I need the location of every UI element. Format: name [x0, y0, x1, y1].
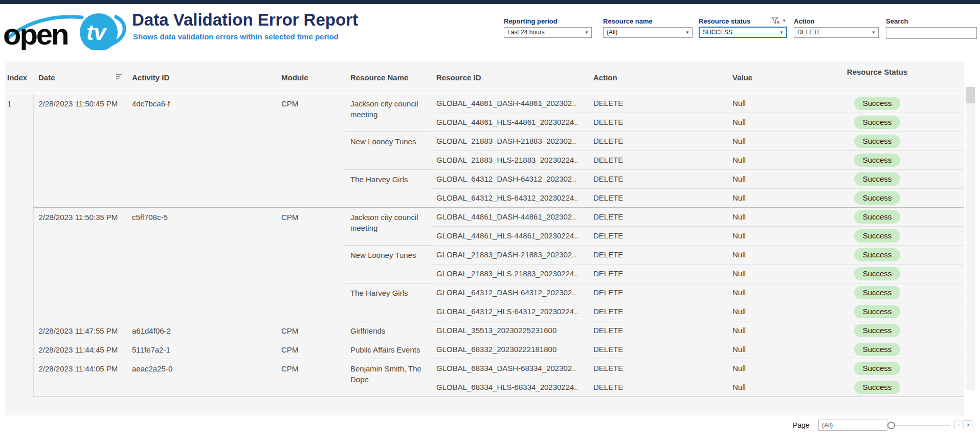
column-header-date[interactable]: Date	[33, 61, 127, 94]
filter-resource-name: Resource name (All) ▼	[603, 17, 693, 38]
chevron-down-icon[interactable]: ▼	[779, 28, 784, 37]
resource-status-value: SUCCESS	[703, 29, 732, 36]
status-badge: Success	[854, 305, 901, 318]
resource-status-cell: Success	[839, 264, 964, 283]
previous-page-button[interactable]: ‹	[954, 421, 963, 429]
value-cell: Null	[727, 302, 839, 321]
activity-id-cell: 4dc7bca6-f	[127, 94, 276, 207]
resource-name-cell: Jackson city council meeting	[345, 207, 431, 245]
resource-id-cell: GLOBAL_35513_20230225231600	[431, 321, 588, 340]
search-label: Search	[886, 17, 977, 26]
reporting-period-label: Reporting period	[504, 17, 592, 26]
resource-id-cell: GLOBAL_44861_HLS-44861_20230224..	[431, 113, 588, 131]
value-cell: Null	[727, 264, 839, 283]
search-input[interactable]	[886, 27, 977, 39]
column-header-value: Value	[727, 61, 839, 94]
resource-name-cell: Jackson city council meeting	[345, 94, 431, 131]
page-slider-knob[interactable]	[887, 422, 895, 429]
resource-id-cell: GLOBAL_68334_HLS-68334_20230224..	[431, 378, 588, 397]
resource-name-dropdown[interactable]: (All) ▼	[603, 27, 693, 38]
status-badge: Success	[854, 210, 901, 224]
resource-status-cell: Success	[839, 283, 964, 302]
page-title: Data Validation Error Report	[132, 10, 358, 30]
value-cell: Null	[727, 378, 839, 397]
vertical-scrollbar-thumb[interactable]	[966, 87, 975, 103]
action-cell: DELETE	[588, 264, 727, 283]
action-cell: DELETE	[588, 359, 727, 378]
chevron-down-icon[interactable]: ▼	[872, 28, 876, 37]
date-cell: 2/28/2023 11:44:05 PM	[33, 359, 127, 397]
resource-name-cell: The Harvey Girls	[345, 169, 431, 207]
resource-status-cell: Success	[839, 131, 964, 150]
status-badge: Success	[854, 286, 901, 299]
page-slider-track[interactable]	[894, 425, 950, 426]
action-cell: DELETE	[588, 283, 727, 302]
table-row[interactable]: 2/28/2023 11:44:45 PM511fe7a2-1CPMPublic…	[5, 340, 964, 359]
next-page-button[interactable]: ›	[964, 421, 972, 429]
resource-status-dropdown[interactable]: SUCCESS ▼	[699, 27, 787, 38]
table-row[interactable]: 2/28/2023 11:50:35 PMc5ff708c-5CPMJackso…	[5, 207, 964, 226]
chevron-down-icon[interactable]: ▼	[782, 18, 786, 23]
status-badge: Success	[854, 229, 901, 243]
table-row[interactable]: 2/28/2023 11:44:05 PMaeac2a25-0CPMBenjam…	[5, 359, 964, 378]
value-cell: Null	[727, 283, 839, 302]
status-badge: Success	[854, 172, 901, 186]
resource-status-cell: Success	[839, 378, 964, 397]
chevron-down-icon[interactable]: ▼	[685, 28, 689, 37]
filter-funnel-clear-icon[interactable]	[771, 17, 780, 25]
action-value: DELETE	[797, 29, 821, 36]
reporting-period-dropdown[interactable]: Last 24 hours ▼	[504, 27, 592, 38]
column-header-resource-status: Resource Status	[839, 61, 964, 94]
status-badge: Success	[854, 267, 901, 280]
status-badge: Success	[854, 343, 901, 356]
action-cell: DELETE	[588, 226, 727, 245]
resource-id-cell: GLOBAL_44861_DASH-44861_202302..	[431, 94, 588, 113]
resource-name-value: (All)	[607, 29, 617, 36]
logo-text-tv: tv	[86, 20, 107, 45]
action-cell: DELETE	[588, 113, 727, 131]
resource-status-cell: Success	[839, 188, 964, 207]
value-cell: Null	[727, 340, 839, 359]
date-cell: 2/28/2023 11:50:45 PM	[33, 94, 127, 207]
resource-status-label: Resource status	[699, 17, 750, 25]
filter-resource-status: Resource status ▼ SUCCESS ▼	[699, 17, 787, 38]
filter-action: Action DELETE ▼	[794, 17, 879, 38]
resource-id-cell: GLOBAL_44861_HLS-44861_20230224..	[431, 226, 588, 245]
module-cell: CPM	[276, 340, 345, 359]
resource-name-cell: Public Affairs Events	[345, 340, 431, 359]
action-cell: DELETE	[588, 94, 727, 113]
value-cell: Null	[727, 321, 839, 340]
resource-status-cell: Success	[839, 340, 964, 359]
value-cell: Null	[727, 131, 839, 150]
resource-id-cell: GLOBAL_21883_DASH-21883_202302..	[431, 131, 588, 150]
resource-status-cell: Success	[839, 226, 964, 245]
status-badge: Success	[854, 153, 901, 167]
resource-status-cell: Success	[839, 150, 964, 169]
sort-descending-icon[interactable]	[116, 74, 123, 80]
resource-id-cell: GLOBAL_68334_DASH-68334_202302..	[431, 359, 588, 378]
resource-id-cell: GLOBAL_68332_20230222181800	[431, 340, 588, 359]
date-cell: 2/28/2023 11:47:55 PM	[33, 321, 127, 340]
action-cell: DELETE	[588, 245, 727, 264]
resource-id-cell: GLOBAL_21883_HLS-21883_20230224..	[431, 264, 588, 283]
status-badge: Success	[854, 324, 901, 337]
module-cell: CPM	[276, 321, 345, 340]
resource-name-cell: The Harvey Girls	[345, 283, 431, 321]
action-dropdown[interactable]: DELETE ▼	[794, 27, 879, 38]
vertical-scrollbar-track[interactable]	[966, 87, 975, 390]
activity-id-cell: a61d4f06-2	[127, 321, 276, 340]
error-report-table: Index Date Activity ID Module Resource N…	[5, 61, 964, 397]
activity-id-cell: c5ff708c-5	[127, 207, 276, 321]
table-row[interactable]: 2/28/2023 11:47:55 PMa61d4f06-2CPMGirlfr…	[5, 321, 964, 340]
value-cell: Null	[727, 169, 839, 188]
resource-id-cell: GLOBAL_44861_DASH-44861_202302..	[431, 207, 588, 226]
column-header-resource-id: Resource ID	[431, 61, 588, 94]
status-badge: Success	[854, 116, 901, 129]
page-select-input[interactable]	[818, 420, 887, 431]
resource-status-cell: Success	[839, 113, 964, 131]
table-row[interactable]: 12/28/2023 11:50:45 PM4dc7bca6-fCPMJacks…	[5, 94, 964, 113]
action-cell: DELETE	[588, 302, 727, 321]
resource-status-cell: Success	[839, 245, 964, 264]
value-cell: Null	[727, 113, 839, 131]
chevron-down-icon[interactable]: ▼	[585, 28, 589, 37]
